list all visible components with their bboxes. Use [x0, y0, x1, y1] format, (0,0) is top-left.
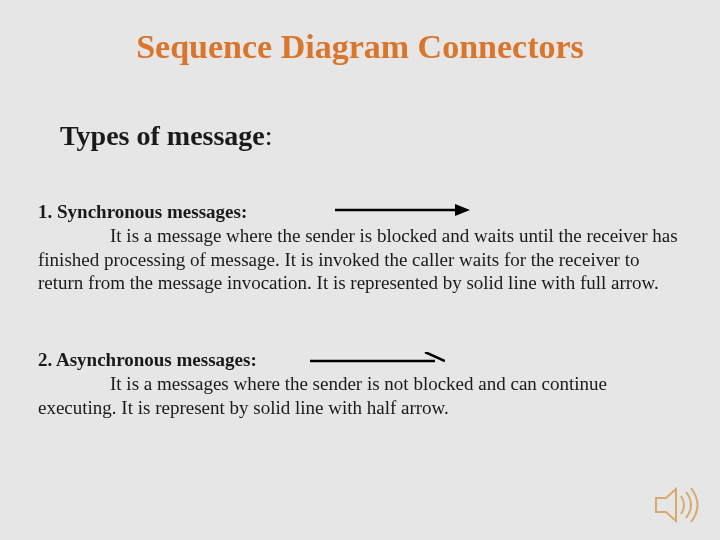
subtitle-text: Types of message: [60, 120, 265, 151]
item-2-head: 2. Asynchronous messages:: [38, 349, 257, 370]
svg-marker-1: [455, 204, 470, 216]
item-2-body: It is a messages where the sender is not…: [38, 373, 607, 418]
svg-marker-3: [656, 489, 676, 521]
speaker-icon: [654, 486, 702, 524]
slide: Sequence Diagram Connectors Types of mes…: [0, 0, 720, 540]
full-arrow-icon: [335, 203, 470, 217]
subtitle-colon: :: [265, 120, 273, 151]
item-1-head: 1. Synchronous messages:: [38, 201, 247, 222]
item-1-body: It is a message where the sender is bloc…: [38, 225, 678, 294]
slide-title: Sequence Diagram Connectors: [0, 28, 720, 66]
subtitle: Types of message:: [60, 120, 273, 152]
half-arrow-icon: [310, 352, 445, 366]
